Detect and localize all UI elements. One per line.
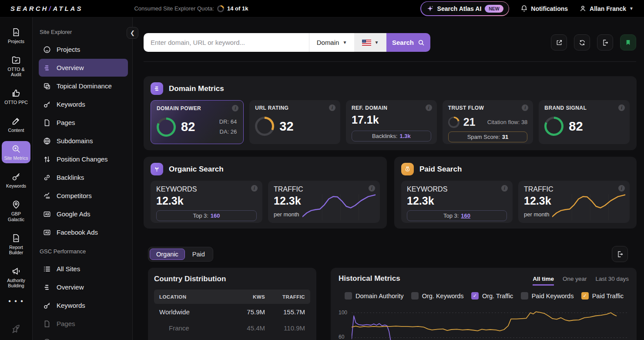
rail-item-report-builder[interactable]: Report Builder: [2, 230, 30, 258]
organic-keywords-card: KEYWORDS i 12.3k Top 3: 160: [151, 181, 262, 223]
sidebar-item-subdomains[interactable]: Subdomains: [39, 132, 128, 150]
paid-search-title: Paid Search: [419, 165, 462, 174]
sidebar-item-backlinks[interactable]: Backlinks: [39, 168, 128, 186]
checkbox-icon: ✓: [521, 292, 528, 300]
range-one-year[interactable]: One year: [563, 276, 587, 286]
rail-item-site-metrics[interactable]: Site Metrics: [2, 141, 30, 163]
user-menu[interactable]: Allan Franck ▼: [579, 5, 634, 12]
table-row[interactable]: Worldwide 75.9M 155.7M: [154, 304, 310, 320]
search-button[interactable]: Search: [386, 33, 430, 52]
brand-signal-card: BRAND SIGNAL i 82: [539, 100, 630, 144]
paid-top3-badge[interactable]: Top 3: 160: [407, 210, 507, 221]
bookmark-button[interactable]: [620, 34, 636, 50]
legend-domain-authority[interactable]: ✓Domain Authority: [345, 292, 403, 300]
legend-paid-keywords[interactable]: ✓Paid Keywords: [521, 292, 574, 300]
divider: [144, 61, 636, 62]
search-atlas-logo[interactable]: SEARCH/ATLAS: [10, 5, 83, 12]
paid-search-panel: Paid Search KEYWORDS i 12.3k Top 3: 160 …: [394, 157, 637, 229]
magnifier-plus-icon: [11, 144, 21, 154]
sidebar-item-gsc-pages[interactable]: Pages: [39, 315, 128, 333]
legend-org-traffic[interactable]: ✓Org. Traffic: [471, 292, 513, 300]
brand-signal-gauge: [544, 117, 564, 136]
sidebar-item-google-ads[interactable]: Google Ads: [39, 205, 128, 223]
domain-metrics-panel: Domain Metrics DOMAIN POWER i 82 DR: 64D…: [144, 76, 637, 150]
chevron-down-icon: ▼: [629, 6, 634, 11]
competitors-icon: [43, 192, 51, 200]
open-external-button[interactable]: [551, 34, 567, 50]
rail-item-keywords[interactable]: Keywords: [2, 169, 30, 191]
info-icon[interactable]: i: [618, 104, 625, 111]
organic-top3-badge[interactable]: Top 3: 160: [156, 210, 257, 221]
logo-text-right: ATLAS: [53, 5, 83, 12]
info-icon[interactable]: i: [426, 104, 432, 111]
sidebar-item-gsc-keywords[interactable]: Keywords: [39, 296, 128, 314]
overlap-squares-icon: [43, 82, 51, 90]
export-button[interactable]: [597, 34, 613, 50]
sidebar-section-site-explorer: Site Explorer: [40, 29, 128, 35]
url-rating-card: URL RATING i 32: [249, 100, 340, 144]
rail-item-otto-audit[interactable]: OTTO & Audit: [2, 52, 30, 80]
site-explorer-sidebar: Site Explorer Projects Overview Topical …: [33, 17, 133, 340]
external-link-icon: [556, 39, 563, 46]
key-icon: [43, 302, 51, 310]
sidebar-item-facebook-ads[interactable]: Facebook Ads: [39, 223, 128, 241]
rail-more-button[interactable]: • • •: [8, 297, 24, 305]
time-range-tabs: All time One year Last 30 days: [533, 276, 629, 286]
sidebar-item-position-changes[interactable]: Position Changes: [39, 150, 128, 168]
checkbox-icon: ✓: [411, 292, 419, 300]
rail-item-content[interactable]: Content: [2, 113, 30, 135]
overview-bars-icon: [43, 64, 51, 72]
chart-export-button[interactable]: [612, 246, 628, 262]
domain-metrics-title: Domain Metrics: [169, 84, 224, 93]
sidebar-item-gsc-overview[interactable]: Overview: [39, 278, 128, 296]
ai-button-label: Search Atlas AI: [437, 5, 482, 12]
search-type-select[interactable]: Domain▼: [309, 33, 354, 52]
country-flag-select[interactable]: ▼: [354, 33, 386, 52]
sidebar-collapse-button[interactable]: ❮: [127, 27, 138, 39]
sidebar-item-keywords[interactable]: Keywords: [39, 95, 128, 113]
legend-org-keywords[interactable]: ✓Org. Keywords: [411, 292, 464, 300]
search-atlas-ai-button[interactable]: Search Atlas AI NEW: [420, 1, 509, 16]
sidebar-item-competitors[interactable]: Competitors: [39, 187, 128, 205]
table-header: LOCATION KWS TRAFFIC: [154, 290, 310, 304]
table-row[interactable]: France 45.4M 110.9M: [154, 320, 310, 336]
backlinks-badge[interactable]: Backlinks: 1.3k: [352, 131, 431, 141]
ad-box-icon: [43, 210, 51, 218]
sidebar-item-projects[interactable]: Projects: [39, 40, 128, 58]
smiley-icon: [43, 46, 51, 54]
rail-item-authority-building[interactable]: Authority Building: [2, 263, 30, 291]
sidebar-item-all-sites[interactable]: All Sites: [39, 260, 128, 278]
overview-bars-icon: [43, 283, 51, 291]
rail-item-otto-ppc[interactable]: OTTO PPC: [2, 85, 30, 108]
notifications-button[interactable]: Notifications: [520, 5, 568, 12]
y-axis-label-100: 100: [339, 310, 350, 316]
sidebar-item-overview[interactable]: Overview: [39, 59, 128, 77]
range-all-time[interactable]: All time: [533, 276, 554, 286]
sidebar-section-gsc-performance: GSC Performance: [40, 248, 128, 255]
paid-keywords-card: KEYWORDS i 12.3k Top 3: 160: [401, 181, 513, 223]
page-icon: [43, 320, 51, 328]
range-last-30-days[interactable]: Last 30 days: [595, 276, 629, 286]
rail-item-projects[interactable]: Projects: [2, 24, 30, 47]
sidebar-item-pages[interactable]: Pages: [39, 114, 128, 131]
rocket-icon[interactable]: [11, 323, 21, 336]
up-down-arrows-icon: [43, 155, 51, 163]
new-badge: NEW: [485, 5, 503, 13]
info-icon[interactable]: i: [251, 185, 258, 192]
projects-doc-icon: [11, 27, 21, 37]
url-rating-gauge: [255, 117, 274, 136]
organic-search-panel: Organic Search KEYWORDS i 12.3k Top 3: 1…: [144, 157, 387, 229]
rail-item-gbp-galactic[interactable]: GBP Galactic: [2, 197, 30, 224]
legend-paid-traffic[interactable]: ✓Paid Traffic: [581, 292, 624, 300]
tab-paid[interactable]: Paid: [186, 249, 211, 260]
sidebar-item-topical-dominance[interactable]: Topical Dominance: [39, 77, 128, 95]
thumbs-up-icon: [11, 88, 21, 98]
search-input[interactable]: [144, 33, 309, 52]
organic-search-icon: [151, 163, 163, 175]
sidebar-item-partial[interactable]: [39, 333, 128, 340]
info-icon[interactable]: i: [501, 185, 508, 192]
spam-score-badge[interactable]: Spam Score: 31: [448, 131, 528, 142]
info-icon[interactable]: i: [329, 104, 335, 111]
refresh-button[interactable]: [574, 34, 590, 50]
tab-organic[interactable]: Organic: [150, 249, 185, 260]
